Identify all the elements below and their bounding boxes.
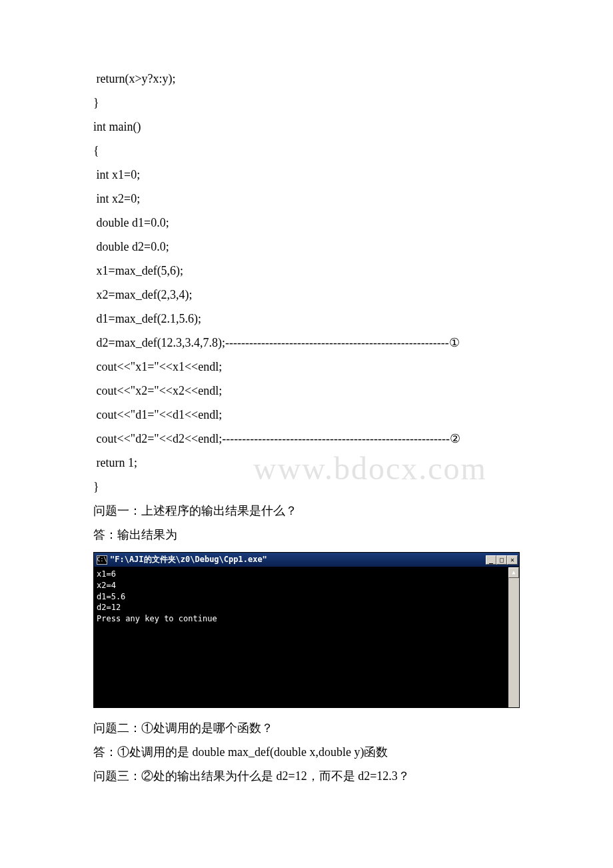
maximize-button[interactable]: □ xyxy=(496,555,507,565)
question-2: 问题二：①处调用的是哪个函数？ xyxy=(93,716,520,740)
titlebar-left: C:\ "F:\AJI的文件夹\z0\Debug\Cpp1.exe" xyxy=(97,554,267,565)
window-controls: _ □ ✕ xyxy=(486,555,518,565)
close-button[interactable]: ✕ xyxy=(507,555,518,565)
code-line: return(x>y?x:y); xyxy=(93,67,520,91)
cmd-icon: C:\ xyxy=(97,555,107,565)
code-line: int x1=0; xyxy=(93,163,520,187)
question-3: 问题三：②处的输出结果为什么是 d2=12，而不是 d2=12.3？ xyxy=(93,764,520,788)
code-line: cout<<"d2="<<d2<<endl;------------------… xyxy=(93,427,520,451)
code-line: return 1; xyxy=(93,451,520,475)
answer-2: 答：①处调用的是 double max_def(double x,double … xyxy=(93,740,520,764)
code-line: x2=max_def(2,3,4); xyxy=(93,283,520,307)
code-line: cout<<"d1="<<d1<<endl; xyxy=(93,403,520,427)
scroll-up-button[interactable]: ▲ xyxy=(508,567,519,578)
minimize-button[interactable]: _ xyxy=(486,555,496,565)
console-window: C:\ "F:\AJI的文件夹\z0\Debug\Cpp1.exe" _ □ ✕… xyxy=(93,552,520,708)
code-line: } xyxy=(93,91,520,115)
code-line: { xyxy=(93,139,520,163)
question-1: 问题一：上述程序的输出结果是什么？ xyxy=(93,499,520,523)
code-line: cout<<"x2="<<x2<<endl; xyxy=(93,379,520,403)
scrollbar[interactable]: ▲ xyxy=(508,567,519,707)
window-title: "F:\AJI的文件夹\z0\Debug\Cpp1.exe" xyxy=(110,554,267,565)
code-line: double d1=0.0; xyxy=(93,211,520,235)
console-output: x1=6 x2=4 d1=5.6 d2=12 Press any key to … xyxy=(97,569,516,625)
window-titlebar: C:\ "F:\AJI的文件夹\z0\Debug\Cpp1.exe" _ □ ✕ xyxy=(94,553,519,567)
code-line: int x2=0; xyxy=(93,187,520,211)
code-line: cout<<"x1="<<x1<<endl; xyxy=(93,355,520,379)
code-line: double d2=0.0; xyxy=(93,235,520,259)
code-line: x1=max_def(5,6); xyxy=(93,259,520,283)
code-line: d1=max_def(2.1,5.6); xyxy=(93,307,520,331)
code-line: d2=max_def(12.3,3.4,7.8);---------------… xyxy=(93,331,520,355)
console-body: x1=6 x2=4 d1=5.6 d2=12 Press any key to … xyxy=(94,567,519,707)
code-line: } xyxy=(93,475,520,499)
code-line: int main() xyxy=(93,115,520,139)
answer-1: 答：输出结果为 xyxy=(93,523,520,547)
